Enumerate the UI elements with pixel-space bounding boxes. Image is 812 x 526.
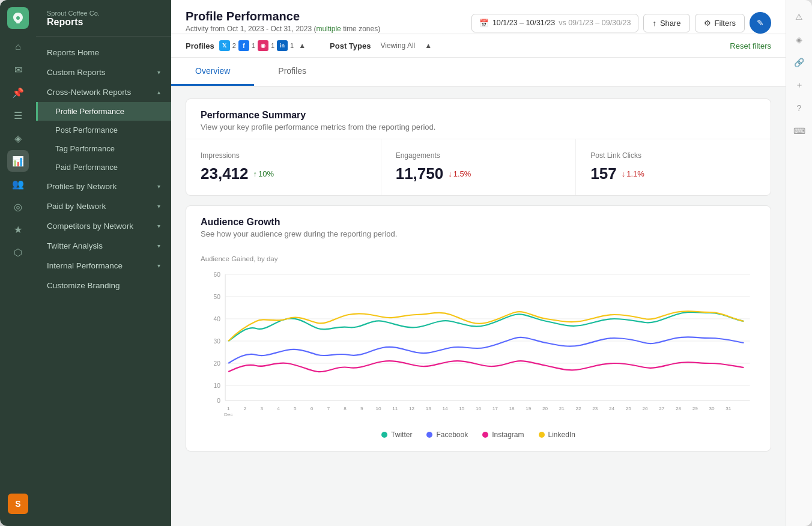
tab-overview[interactable]: Overview (171, 58, 254, 86)
nav-icon-home[interactable]: ⌂ (7, 36, 29, 58)
post-types-collapse-icon[interactable]: ▲ (425, 41, 432, 50)
metrics-row: Impressions 23,412 ↑ 10% Engagements 11,… (186, 139, 771, 195)
profile-icons: 𝕏 2 f 1 ◉ 1 in 1 (219, 40, 294, 51)
sidebar-item-label: Internal Performance (47, 261, 123, 270)
main-content: Profile Performance Activity from Oct 1,… (171, 0, 786, 526)
tab-profiles[interactable]: Profiles (254, 58, 330, 86)
audience-growth-title: Audience Growth (201, 217, 756, 228)
chart-container: 60 50 40 30 20 10 0 (201, 268, 756, 425)
sidebar-item-label: Profiles by Network (47, 182, 117, 191)
linkedin-count: 1 (290, 42, 294, 49)
engagements-change: ↓ 1.5% (448, 169, 471, 178)
facebook-legend-label: Facebook (436, 431, 468, 439)
sidebar-item-reports-home[interactable]: Reports Home (36, 43, 171, 62)
sidebar-item-label: Custom Reports (47, 68, 106, 77)
edit-button[interactable]: ✎ (750, 12, 771, 34)
svg-text:17: 17 (492, 406, 498, 411)
instagram-legend-dot (482, 432, 488, 438)
help-icon[interactable]: ? (790, 98, 809, 118)
nav-icon-listening[interactable]: ◎ (7, 196, 29, 217)
sidebar-nav: Reports Home Custom Reports ▾ Cross-Netw… (36, 37, 171, 526)
impressions-value: 23,412 ↑ 10% (201, 165, 366, 183)
performance-summary-card: Performance Summary View your key profil… (186, 98, 771, 196)
nav-icon-star[interactable]: ★ (7, 219, 29, 240)
linkedin-legend-dot (539, 432, 545, 438)
page-header: Profile Performance Activity from Oct 1,… (171, 0, 786, 34)
app-logo[interactable] (7, 7, 29, 29)
svg-text:50: 50 (213, 294, 220, 300)
svg-text:30: 30 (213, 338, 220, 345)
profiles-collapse-icon[interactable]: ▲ (298, 41, 306, 50)
chart-label: Audience Gained, by day (201, 255, 756, 262)
keyboard-icon[interactable]: ⌨ (790, 121, 809, 141)
reset-filters-link[interactable]: Reset filters (730, 41, 771, 50)
post-types-label: Post Types (330, 41, 371, 50)
filters-button[interactable]: ⚙ Filters (695, 14, 745, 32)
sidebar-item-label: Reports Home (47, 48, 99, 57)
bookmark-icon[interactable]: ◈ (790, 30, 809, 49)
nav-icon-people[interactable]: 👥 (7, 173, 29, 195)
legend-twitter: Twitter (381, 431, 412, 439)
user-avatar[interactable]: S (8, 494, 28, 514)
sidebar-item-competitors-by-network[interactable]: Competitors by Network ▾ (36, 216, 171, 236)
sidebar-item-internal-performance[interactable]: Internal Performance ▾ (36, 256, 171, 276)
filter-bar: Profiles 𝕏 2 f 1 ◉ 1 in 1 ▲ Post Types (171, 34, 786, 58)
warning-icon[interactable]: ⚠ (790, 7, 809, 26)
twitter-legend-label: Twitter (391, 431, 412, 439)
sidebar-item-custom-reports[interactable]: Custom Reports ▾ (36, 62, 171, 82)
svg-text:25: 25 (626, 406, 632, 411)
svg-text:15: 15 (459, 406, 465, 411)
nav-icon-nodes[interactable]: ⬡ (7, 241, 29, 263)
svg-text:40: 40 (213, 316, 220, 322)
svg-text:60: 60 (213, 271, 220, 278)
legend-linkedin: LinkedIn (539, 431, 575, 439)
sidebar-item-customize-branding[interactable]: Customize Branding (36, 276, 171, 295)
twitter-count: 2 (232, 42, 236, 49)
sidebar-item-twitter-analysis[interactable]: Twitter Analysis ▾ (36, 236, 171, 256)
nav-icon-tasks[interactable]: 📌 (7, 82, 29, 103)
svg-text:22: 22 (575, 406, 581, 411)
legend-instagram: Instagram (482, 431, 524, 439)
edit-icon: ✎ (757, 18, 764, 28)
nav-icon-messages[interactable]: ✉ (7, 59, 29, 80)
chevron-icon: ▴ (157, 89, 160, 95)
svg-text:8: 8 (344, 406, 347, 411)
sidebar-item-label: Competitors by Network (47, 222, 133, 231)
svg-text:27: 27 (659, 406, 665, 411)
svg-text:3: 3 (260, 406, 263, 411)
link-icon[interactable]: 🔗 (790, 53, 809, 72)
page-content: Performance Summary View your key profil… (171, 86, 786, 526)
svg-text:23: 23 (592, 406, 598, 411)
impressions-change: ↑ 10% (253, 169, 274, 178)
timezone-link[interactable]: multiple (316, 25, 341, 33)
company-name: Sprout Coffee Co. (47, 10, 160, 17)
date-range-button[interactable]: 📅 10/1/23 – 10/31/23 vs 09/1/23 – 09/30/… (471, 14, 639, 32)
chevron-icon: ▾ (157, 183, 160, 190)
svg-text:20: 20 (213, 360, 220, 367)
sidebar-sub-tag-performance[interactable]: Tag Performance (36, 139, 171, 158)
sidebar-sub-profile-performance[interactable]: Profile Performance (36, 102, 171, 121)
chevron-icon: ▾ (157, 262, 160, 269)
nav-icon-analytics[interactable]: 📊 (7, 150, 29, 172)
sidebar-item-paid-by-network[interactable]: Paid by Network ▾ (36, 196, 171, 216)
share-icon: ↑ (652, 19, 656, 28)
sidebar-item-cross-network[interactable]: Cross-Network Reports ▴ (36, 82, 171, 102)
calendar-icon: 📅 (479, 19, 489, 28)
sidebar-item-label: Twitter Analysis (47, 241, 103, 250)
sidebar-sub-post-performance[interactable]: Post Performance (36, 121, 171, 139)
svg-text:Dec: Dec (224, 412, 233, 417)
nav-icon-inbox[interactable]: ◈ (7, 127, 29, 149)
page-title: Profile Performance (186, 10, 380, 23)
post-link-clicks-value: 157 ↓ 1.1% (590, 165, 756, 183)
sidebar-item-profiles-by-network[interactable]: Profiles by Network ▾ (36, 177, 171, 196)
audience-growth-subtitle: See how your audience grew during the re… (201, 229, 756, 238)
add-icon[interactable]: ＋ (790, 76, 809, 95)
profiles-label: Profiles (186, 41, 214, 50)
chart-area: Audience Gained, by day 60 (186, 246, 771, 451)
svg-text:21: 21 (559, 406, 565, 411)
date-range-text: 10/1/23 – 10/31/23 (492, 19, 555, 27)
share-button[interactable]: ↑ Share (643, 14, 689, 32)
svg-text:14: 14 (442, 406, 448, 411)
sidebar-sub-paid-performance[interactable]: Paid Performance (36, 158, 171, 177)
nav-icon-publishing[interactable]: ☰ (7, 104, 29, 126)
